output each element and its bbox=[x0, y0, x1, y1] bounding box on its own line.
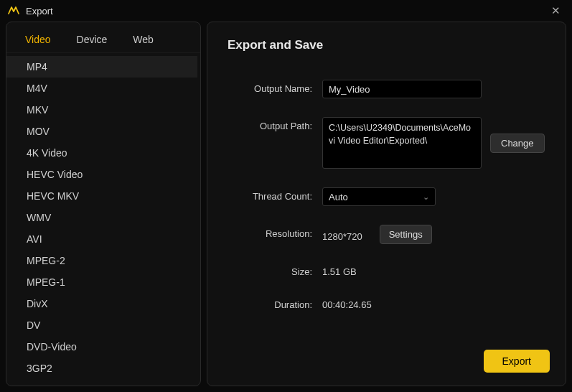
thread-count-value: Auto bbox=[329, 192, 348, 202]
panel-heading: Export and Save bbox=[228, 38, 545, 52]
format-item[interactable]: WMV bbox=[6, 207, 197, 228]
window-title: Export bbox=[26, 6, 53, 17]
duration-value: 00:40:24.65 bbox=[322, 296, 372, 310]
format-item[interactable]: MP4 bbox=[6, 56, 197, 78]
format-item[interactable]: HEVC Video bbox=[6, 164, 197, 185]
format-item[interactable]: 4K Video bbox=[6, 142, 197, 164]
close-icon[interactable]: ✕ bbox=[547, 1, 565, 20]
format-item[interactable]: AVI bbox=[6, 228, 197, 250]
duration-label: Duration: bbox=[228, 296, 312, 310]
titlebar: Export ✕ bbox=[0, 0, 572, 22]
format-item[interactable]: 3GP2 bbox=[6, 358, 197, 379]
tab-web[interactable]: Web bbox=[121, 28, 165, 52]
format-panel: VideoDeviceWeb MP4M4VMKVMOV4K VideoHEVC … bbox=[6, 22, 201, 386]
thread-count-select[interactable]: Auto ⌄ bbox=[322, 187, 436, 206]
tab-device[interactable]: Device bbox=[65, 28, 119, 52]
output-name-label: Output Name: bbox=[228, 80, 312, 94]
size-label: Size: bbox=[228, 263, 312, 277]
format-item[interactable]: DV bbox=[6, 314, 197, 336]
format-item[interactable]: MPEG-2 bbox=[6, 250, 197, 271]
tab-video[interactable]: Video bbox=[14, 28, 62, 52]
format-item[interactable]: 3GP bbox=[6, 379, 197, 386]
format-item[interactable]: MKV bbox=[6, 99, 197, 121]
resolution-value: 1280*720 bbox=[322, 228, 362, 242]
export-button[interactable]: Export bbox=[484, 350, 550, 373]
output-name-input[interactable] bbox=[322, 80, 482, 98]
output-path-box[interactable]: C:\Users\U2349\Documents\AceMovi Video E… bbox=[322, 117, 482, 169]
settings-panel: Export and Save Output Name: Output Path… bbox=[207, 22, 566, 386]
format-list[interactable]: MP4M4VMKVMOV4K VideoHEVC VideoHEVC MKVWM… bbox=[6, 53, 200, 386]
format-item[interactable]: M4V bbox=[6, 78, 197, 99]
app-logo-icon bbox=[7, 4, 20, 17]
format-item[interactable]: MPEG-1 bbox=[6, 271, 197, 293]
format-item[interactable]: MOV bbox=[6, 121, 197, 142]
size-value: 1.51 GB bbox=[322, 263, 357, 277]
thread-count-label: Thread Count: bbox=[228, 187, 312, 202]
output-path-label: Output Path: bbox=[228, 117, 312, 131]
change-button[interactable]: Change bbox=[490, 134, 545, 153]
resolution-label: Resolution: bbox=[228, 225, 312, 239]
tabs: VideoDeviceWeb bbox=[6, 22, 200, 53]
format-item[interactable]: HEVC MKV bbox=[6, 185, 197, 207]
settings-button[interactable]: Settings bbox=[380, 225, 432, 244]
format-item[interactable]: DivX bbox=[6, 293, 197, 314]
chevron-down-icon: ⌄ bbox=[423, 192, 429, 202]
format-item[interactable]: DVD-Video bbox=[6, 336, 197, 358]
